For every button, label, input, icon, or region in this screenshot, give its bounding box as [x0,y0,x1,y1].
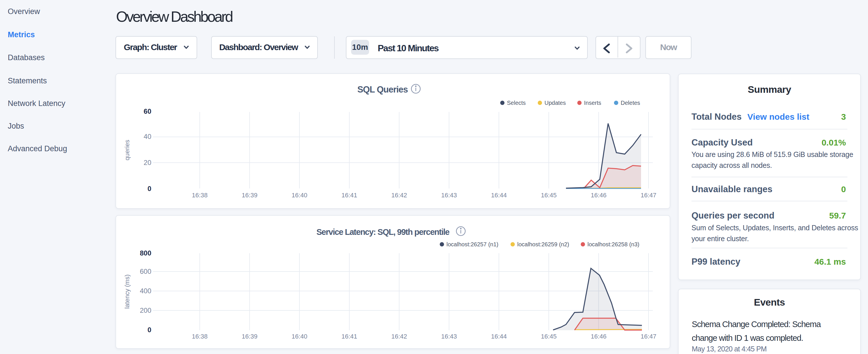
svg-text:16:47: 16:47 [641,333,656,340]
svg-text:localhost:26258 (n3): localhost:26258 (n3) [587,241,639,248]
svg-text:Service Latency: SQL, 99th per: Service Latency: SQL, 99th percentile [316,227,450,236]
svg-text:16:40: 16:40 [291,192,307,199]
svg-text:16:41: 16:41 [341,333,357,340]
svg-text:16:43: 16:43 [441,333,457,340]
svg-text:16:45: 16:45 [541,192,557,199]
svg-text:16:47: 16:47 [641,192,656,199]
svg-text:queries: queries [124,140,131,160]
svg-text:Selects: Selects [507,100,526,106]
svg-text:16:44: 16:44 [491,192,507,199]
svg-text:Deletes: Deletes [621,100,640,106]
svg-text:0: 0 [148,326,151,334]
svg-text:16:39: 16:39 [242,192,257,199]
svg-text:0: 0 [148,185,151,192]
svg-text:200: 200 [140,307,151,314]
svg-text:40: 40 [144,133,151,140]
svg-text:SQL Queries: SQL Queries [358,85,408,95]
svg-text:16:40: 16:40 [291,333,307,340]
svg-text:600: 600 [140,267,151,275]
svg-text:16:46: 16:46 [591,333,607,340]
svg-text:16:43: 16:43 [441,192,457,199]
svg-text:16:45: 16:45 [541,333,557,340]
svg-text:60: 60 [144,107,151,115]
svg-text:16:44: 16:44 [491,333,507,340]
svg-text:20: 20 [144,159,151,166]
svg-text:16:41: 16:41 [341,192,357,199]
svg-text:16:46: 16:46 [591,192,607,199]
svg-text:localhost:26259 (n2): localhost:26259 (n2) [517,241,569,248]
svg-text:16:42: 16:42 [391,333,407,340]
svg-text:latency (ms): latency (ms) [124,275,131,309]
svg-text:800: 800 [140,249,151,257]
svg-text:Updates: Updates [545,100,566,106]
svg-text:Inserts: Inserts [584,100,601,106]
svg-text:400: 400 [140,287,151,295]
svg-text:16:42: 16:42 [391,192,407,199]
svg-text:16:38: 16:38 [192,192,208,199]
svg-text:16:38: 16:38 [192,333,208,340]
svg-text:localhost:26257 (n1): localhost:26257 (n1) [446,241,498,248]
svg-text:16:39: 16:39 [242,333,257,340]
